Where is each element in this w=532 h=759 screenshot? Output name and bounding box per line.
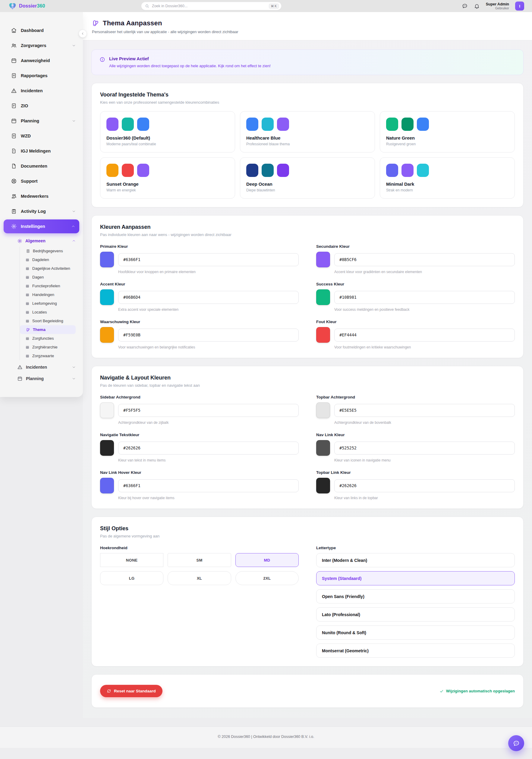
color-picker-swatch[interactable] <box>100 252 114 267</box>
sidebar-item-aanwezigheid[interactable]: Aanwezigheid <box>0 53 83 68</box>
chevron-up-icon <box>72 239 76 243</box>
submenu-item-dagdelen[interactable]: Dagdelen <box>20 255 76 264</box>
sidebar-item-rapportages[interactable]: Rapportages <box>0 68 83 83</box>
submenu-item-functieprofielen[interactable]: Functieprofielen <box>20 282 76 290</box>
sidebar-collapse-button[interactable] <box>79 29 87 38</box>
search-icon <box>145 4 149 8</box>
color-picker-swatch[interactable] <box>100 402 114 418</box>
alert-triangle-icon <box>11 88 17 94</box>
color-hex-input[interactable] <box>118 479 299 492</box>
font-option-inter[interactable]: Inter (Modern & Clean) <box>316 553 515 567</box>
submenu-item-dagen[interactable]: Dagen <box>20 273 76 282</box>
sidebar-item-activity-log[interactable]: Activity Log <box>0 204 83 219</box>
sidebar-item-medewerkers[interactable]: Medewerkers <box>0 189 83 204</box>
color-picker-swatch[interactable] <box>316 289 330 305</box>
submenu-item-thema[interactable]: Thema <box>20 325 76 334</box>
color-picker-swatch[interactable] <box>100 478 114 494</box>
font-option-open-sans[interactable]: Open Sans (Friendly) <box>316 589 515 603</box>
radius-option-none[interactable]: NONE <box>100 553 163 567</box>
submenu-item-handelingen[interactable]: Handelingen <box>20 290 76 299</box>
preset-healthcare-blue[interactable]: Healthcare Blue Professioneel blauw them… <box>240 111 375 152</box>
sidebar-item-dashboard[interactable]: Dashboard <box>0 23 83 38</box>
sidebar-item-planning[interactable]: Planning <box>0 113 83 128</box>
sidebar-item-wzd[interactable]: WZD <box>0 128 83 143</box>
color-swatch <box>417 118 429 131</box>
reset-button[interactable]: Reset naar Standaard <box>100 685 162 697</box>
color-hex-input[interactable] <box>334 404 515 417</box>
color-picker-swatch[interactable] <box>316 327 330 343</box>
submenu-item-bedrijfsgegevens[interactable]: Bedrijfsgegevens <box>20 247 76 255</box>
gear-icon <box>11 223 17 229</box>
submenu-item-zorgfuncties[interactable]: Zorgfuncties <box>20 334 76 343</box>
square-bullet-icon <box>26 354 29 357</box>
avatar[interactable]: I <box>515 2 524 11</box>
color-swatch <box>246 118 258 131</box>
submenu-group-incidenten[interactable]: Incidenten <box>12 361 76 373</box>
radius-option-lg[interactable]: LG <box>100 571 163 585</box>
preset-minimal-dark[interactable]: Minimal Dark Strak en modern <box>380 157 515 199</box>
sidebar-item-instellingen[interactable]: Instellingen <box>4 220 79 233</box>
sidebar-item-zorgvragers[interactable]: Zorgvragers <box>0 38 83 53</box>
color-hex-input[interactable] <box>334 329 515 341</box>
color-hex-input[interactable] <box>118 404 299 417</box>
color-hex-input[interactable] <box>334 479 515 492</box>
preset-nature-green[interactable]: Nature Green Rustgevend groen <box>380 111 515 152</box>
notifications-bell-icon[interactable] <box>474 3 480 9</box>
font-option-system[interactable]: System (Standaard) <box>316 571 515 585</box>
page-title: Thema Aanpassen <box>103 19 162 27</box>
user-info: Super Admin Gebruiker <box>486 2 509 10</box>
color-picker-swatch[interactable] <box>100 327 114 343</box>
preset-grid: Dossier360 (Default) Moderne paars/teal … <box>100 111 515 199</box>
sidebar-item-igj-meldingen[interactable]: IGJ Meldingen <box>0 143 83 159</box>
color-hex-input[interactable] <box>118 442 299 455</box>
gear-icon <box>17 238 22 244</box>
font-option-lato[interactable]: Lato (Professional) <box>316 607 515 621</box>
brand-logo[interactable]: 360 Dossier360 <box>9 2 45 10</box>
submenu-item-soort-begeleiding[interactable]: Soort Begeleiding <box>20 316 76 325</box>
submenu-item-leefomgeving[interactable]: Leefomgeving <box>20 299 76 308</box>
sidebar-item-incidenten[interactable]: Incidenten <box>0 83 83 98</box>
sidebar-item-support[interactable]: Support <box>0 174 83 189</box>
submenu-item-zorghierarchie[interactable]: Zorghiërarchie <box>20 343 76 351</box>
color-hex-input[interactable] <box>118 329 299 341</box>
color-hex-input[interactable] <box>334 291 515 304</box>
radius-option-xl[interactable]: XL <box>168 571 231 585</box>
sidebar-item-documenten[interactable]: Documenten <box>0 159 83 174</box>
preset-deep-ocean[interactable]: Deep Ocean Diepe blauwtinten <box>240 157 375 199</box>
color-hex-input[interactable] <box>334 442 515 455</box>
font-option-nunito[interactable]: Nunito (Round & Soft) <box>316 625 515 640</box>
search-shortcut-badge: ⌘ K <box>269 4 279 9</box>
color-picker-swatch[interactable] <box>316 252 330 267</box>
radius-option-md[interactable]: MD <box>235 553 299 567</box>
users-icon <box>11 43 17 49</box>
field-secundaire-kleur: Secundaire Kleur Accent kleur voor gradi… <box>316 244 515 274</box>
font-option-montserrat[interactable]: Montserrat (Geometric) <box>316 644 515 658</box>
submenu-item-locaties[interactable]: Locaties <box>20 308 76 316</box>
color-picker-swatch[interactable] <box>316 440 330 456</box>
radius-group: Hoekrondheid NONE SM MD LG XL 2XL <box>100 545 299 658</box>
square-bullet-icon <box>26 258 29 261</box>
field-waarschuwing-kleur: Waarschuwing Kleur Voor waarschuwingen e… <box>100 320 299 349</box>
preset-dossier360-default[interactable]: Dossier360 (Default) Moderne paars/teal … <box>100 111 235 152</box>
submenu-group-algemeen[interactable]: Algemeen <box>17 236 76 246</box>
color-picker-swatch[interactable] <box>100 440 114 456</box>
color-hex-input[interactable] <box>118 253 299 266</box>
chat-icon[interactable] <box>462 3 468 9</box>
color-picker-swatch[interactable] <box>100 289 114 305</box>
chat-fab-button[interactable] <box>508 735 524 751</box>
submenu-group-planning[interactable]: Planning <box>12 373 76 384</box>
global-search[interactable]: ⌘ K <box>141 2 281 10</box>
color-picker-swatch[interactable] <box>316 478 330 494</box>
submenu-item-dagelijkse-activiteiten[interactable]: Dagelijkse Activiteiten <box>20 264 76 273</box>
submenu-item-zorgzwaarte[interactable]: Zorgzwaarte <box>20 351 76 360</box>
color-swatch <box>277 118 289 131</box>
preset-sunset-orange[interactable]: Sunset Orange Warm en energiek <box>100 157 235 199</box>
color-hex-input[interactable] <box>118 291 299 304</box>
color-hex-input[interactable] <box>334 253 515 266</box>
radius-option-2xl[interactable]: 2XL <box>235 571 299 585</box>
sidebar-item-zio[interactable]: ZIO <box>0 98 83 113</box>
palette-icon <box>92 20 99 27</box>
search-input[interactable] <box>152 4 269 8</box>
color-picker-swatch[interactable] <box>316 402 330 418</box>
radius-option-sm[interactable]: SM <box>168 553 231 567</box>
